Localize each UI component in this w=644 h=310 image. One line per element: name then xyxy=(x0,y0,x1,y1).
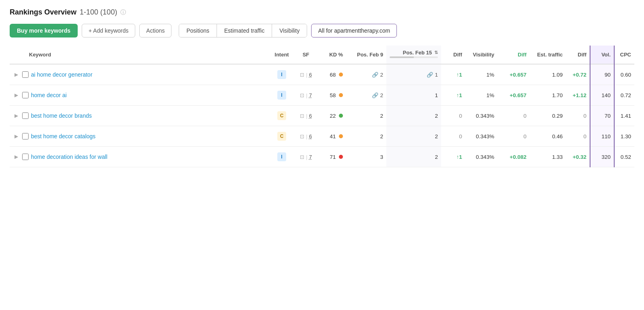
intent-badge: I xyxy=(277,70,286,79)
intent-badge: C xyxy=(277,111,286,120)
tab-estimated-traffic[interactable]: Estimated traffic xyxy=(217,24,272,37)
vdiff-val: +0.657 xyxy=(510,72,526,78)
vdiff-cell: +0.657 xyxy=(497,64,530,85)
sort-icon: ⇅ xyxy=(434,50,438,55)
est-val: 1.09 xyxy=(552,72,563,78)
pos2-cell: 🔗1 xyxy=(386,64,441,85)
intent-cell: I xyxy=(270,85,294,106)
visibility-val: 1% xyxy=(486,92,494,98)
vdiff-cell: 0 xyxy=(497,126,530,147)
expand-button[interactable]: ▶ xyxy=(13,153,20,160)
kd-val: 41 xyxy=(330,133,336,139)
vol-cell: 320 xyxy=(590,147,614,167)
kd-cell: 22 xyxy=(318,106,346,126)
sf-num[interactable]: 7 xyxy=(309,154,312,160)
keyword-link[interactable]: home decoration ideas for wall xyxy=(31,154,107,160)
ediff-val: 0 xyxy=(583,113,586,119)
pos2-val: 2 xyxy=(435,113,438,119)
row-expand-check: ▶ home decor ai xyxy=(10,85,270,106)
keyword-link[interactable]: best home decor brands xyxy=(31,112,92,119)
expand-button[interactable]: ▶ xyxy=(13,112,20,119)
col-header-kd: KD % xyxy=(318,46,346,64)
actions-button[interactable]: Actions xyxy=(139,24,171,37)
page-range: 1-100 (100) xyxy=(80,8,117,17)
ediff-val: +1.12 xyxy=(573,92,586,98)
pos2-cell: 2 xyxy=(386,147,441,167)
keyword-link[interactable]: home decor ai xyxy=(31,92,67,98)
domain-filter-button[interactable]: All for apartmenttherapy.com xyxy=(311,24,397,37)
est-cell: 0.29 xyxy=(530,106,566,126)
expand-button[interactable]: ▶ xyxy=(13,71,20,78)
visibility-cell: 0.343% xyxy=(465,126,497,147)
kd-dot xyxy=(339,134,343,138)
sf-num[interactable]: 7 xyxy=(309,92,312,98)
vdiff-val: +0.082 xyxy=(510,154,526,160)
tab-positions[interactable]: Positions xyxy=(179,24,217,37)
pos2-link[interactable]: 🔗1 xyxy=(427,72,438,78)
diff-val: ↑1 xyxy=(456,72,462,78)
visibility-val: 0.343% xyxy=(476,133,494,139)
vol-cell: 70 xyxy=(590,106,614,126)
table-header-row: Keyword Intent SF KD % Pos. Feb 9 Pos. F… xyxy=(10,46,634,64)
sf-num[interactable]: 6 xyxy=(309,72,312,78)
keyword-link[interactable]: ai home decor generator xyxy=(31,71,93,78)
diff-val: 0 xyxy=(459,133,462,139)
keyword-link[interactable]: best home decor catalogs xyxy=(31,133,95,139)
cpc-cell: 0.60 xyxy=(614,64,634,85)
visibility-cell: 0.343% xyxy=(465,147,497,167)
pos1-val: 2 xyxy=(380,113,383,119)
table-row: ▶ home decor ai I ⊡ | 7 58 🔗2 1 ↑1 1% +0… xyxy=(10,85,634,106)
intent-cell: C xyxy=(270,106,294,126)
sf-sep: | xyxy=(306,72,308,78)
sf-sep: | xyxy=(306,113,308,119)
pos1-cell: 2 xyxy=(346,106,386,126)
cpc-val: 1.41 xyxy=(621,113,631,119)
ediff-val: 0 xyxy=(583,133,586,139)
est-cell: 1.33 xyxy=(530,147,566,167)
vdiff-val: 0 xyxy=(523,113,526,119)
ediff-val: +0.72 xyxy=(573,72,586,78)
row-checkbox[interactable] xyxy=(22,154,29,160)
kd-dot xyxy=(339,93,343,97)
vdiff-cell: +0.657 xyxy=(497,85,530,106)
sf-num[interactable]: 6 xyxy=(309,113,312,119)
tab-visibility[interactable]: Visibility xyxy=(272,24,307,37)
est-val: 1.33 xyxy=(552,154,563,160)
col-header-visibility: Visibility xyxy=(465,46,497,64)
info-icon[interactable]: ⓘ xyxy=(120,9,126,16)
pos1-cell: 3 xyxy=(346,147,386,167)
row-checkbox[interactable] xyxy=(22,133,29,139)
toolbar: Buy more keywords + Add keywords Actions… xyxy=(10,24,634,37)
expand-button[interactable]: ▶ xyxy=(13,133,20,140)
pos2-val: 1 xyxy=(435,92,438,98)
col-header-vol: Vol. xyxy=(590,46,614,64)
cpc-val: 0.52 xyxy=(621,154,631,160)
row-checkbox[interactable] xyxy=(22,92,29,98)
kd-cell: 58 xyxy=(318,85,346,106)
vdiff-cell: 0 xyxy=(497,106,530,126)
buy-keywords-button[interactable]: Buy more keywords xyxy=(10,24,78,37)
visibility-cell: 0.343% xyxy=(465,106,497,126)
intent-cell: I xyxy=(270,64,294,85)
row-checkbox[interactable] xyxy=(22,71,29,78)
est-cell: 1.70 xyxy=(530,85,566,106)
sf-sep: | xyxy=(306,92,308,98)
add-keywords-button[interactable]: + Add keywords xyxy=(82,24,135,37)
vol-val: 110 xyxy=(601,133,611,139)
row-checkbox[interactable] xyxy=(22,112,29,119)
ediff-val: +0.32 xyxy=(573,154,586,160)
sf-num[interactable]: 6 xyxy=(309,133,312,139)
rankings-table: Keyword Intent SF KD % Pos. Feb 9 Pos. F… xyxy=(10,46,634,167)
col-header-pos2[interactable]: Pos. Feb 15 ⇅ xyxy=(386,46,441,64)
vol-cell: 110 xyxy=(590,126,614,147)
table-row: ▶ ai home decor generator I ⊡ | 6 68 🔗2 … xyxy=(10,64,634,85)
pos2-val: 2 xyxy=(435,154,438,160)
visibility-val: 0.343% xyxy=(476,113,494,119)
pos1-link[interactable]: 🔗2 xyxy=(372,72,383,78)
expand-button[interactable]: ▶ xyxy=(13,92,20,99)
kd-dot xyxy=(339,114,343,118)
pos1-link[interactable]: 🔗2 xyxy=(372,92,383,98)
sf-cell: ⊡ | 6 xyxy=(294,64,318,85)
vol-val: 140 xyxy=(601,92,611,98)
sf-icon: ⊡ xyxy=(300,154,304,160)
